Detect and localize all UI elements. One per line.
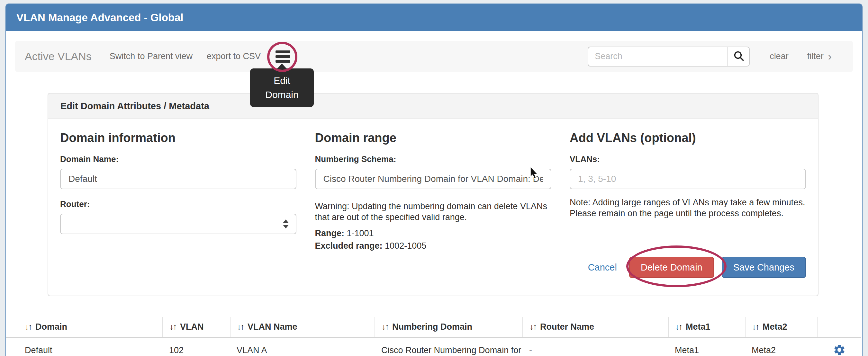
magnifier-icon bbox=[733, 50, 745, 63]
cell-meta2: Meta2 bbox=[745, 337, 817, 356]
hamburger-menu-icon[interactable] bbox=[276, 51, 290, 63]
vlans-note-text: Note: Adding large ranges of VLANs may t… bbox=[570, 197, 806, 219]
cancel-button[interactable]: Cancel bbox=[588, 262, 617, 273]
row-settings-button[interactable] bbox=[833, 344, 846, 356]
vlan-table: ↓↑Domain ↓↑VLAN ↓↑VLAN Name ↓↑Numbering … bbox=[6, 317, 861, 356]
numbering-schema-label: Numbering Schema: bbox=[315, 155, 551, 164]
range-value: 1-1001 bbox=[347, 228, 374, 238]
save-changes-button[interactable]: Save Changes bbox=[722, 257, 806, 278]
vlans-field[interactable] bbox=[570, 169, 806, 189]
domain-information-section: Domain information Domain Name: Router: bbox=[60, 119, 297, 278]
column-header-domain[interactable]: ↓↑Domain bbox=[6, 317, 163, 337]
chevron-right-icon: › bbox=[828, 52, 832, 61]
excluded-range-label: Excluded range: bbox=[315, 241, 382, 251]
search-group bbox=[588, 46, 750, 66]
sort-icon: ↓↑ bbox=[25, 322, 31, 331]
numbering-warning-text: Warning: Updating the numbering domain c… bbox=[315, 201, 551, 223]
add-vlans-heading: Add VLANs (optional) bbox=[570, 131, 806, 145]
excluded-range-value: 1002-1005 bbox=[385, 241, 426, 251]
router-select[interactable] bbox=[60, 214, 297, 234]
switch-parent-view-link[interactable]: Switch to Parent view bbox=[110, 52, 192, 61]
domain-name-field[interactable] bbox=[60, 169, 297, 189]
column-header-vlan-name[interactable]: ↓↑VLAN Name bbox=[230, 317, 375, 337]
cell-vlan: 102 bbox=[163, 337, 230, 356]
active-vlans-heading: Active VLANs bbox=[25, 50, 92, 63]
column-header-router-name[interactable]: ↓↑Router Name bbox=[523, 317, 669, 337]
domain-range-section: Domain range Numbering Schema: Warning: … bbox=[315, 119, 551, 278]
excluded-range-line: Excluded range: 1002-1005 bbox=[315, 241, 551, 251]
tooltip-line1: Edit bbox=[274, 73, 290, 88]
column-header-actions bbox=[817, 317, 861, 337]
cell-domain: Default bbox=[6, 337, 163, 356]
sort-icon: ↓↑ bbox=[237, 322, 244, 331]
select-caret-icon bbox=[283, 220, 289, 228]
gear-icon bbox=[833, 353, 846, 356]
column-header-meta2[interactable]: ↓↑Meta2 bbox=[745, 317, 817, 337]
cell-meta1: Meta1 bbox=[669, 337, 745, 356]
page-title: VLAN Manage Advanced - Global bbox=[17, 11, 184, 24]
column-header-vlan[interactable]: ↓↑VLAN bbox=[163, 317, 230, 337]
cell-router-name: - bbox=[523, 337, 669, 356]
tooltip-line2: Domain bbox=[265, 88, 298, 102]
column-header-meta1[interactable]: ↓↑Meta1 bbox=[669, 317, 745, 337]
sort-icon: ↓↑ bbox=[169, 322, 176, 331]
edit-domain-tooltip: Edit Domain bbox=[250, 68, 314, 107]
domain-range-heading: Domain range bbox=[315, 131, 551, 145]
vlan-manage-panel: VLAN Manage Advanced - Global Active VLA… bbox=[5, 3, 863, 356]
export-csv-link[interactable]: export to CSV bbox=[207, 52, 261, 61]
clear-link[interactable]: clear bbox=[770, 52, 788, 61]
edit-panel-body: Domain information Domain Name: Router: … bbox=[48, 119, 818, 278]
edit-panel-title: Edit Domain Attributes / Metadata bbox=[60, 101, 209, 111]
table-header-row: ↓↑Domain ↓↑VLAN ↓↑VLAN Name ↓↑Numbering … bbox=[6, 317, 861, 337]
vlans-label: VLANs: bbox=[570, 155, 806, 164]
sort-icon: ↓↑ bbox=[752, 322, 759, 331]
domain-name-label: Domain Name: bbox=[60, 155, 297, 164]
cell-numbering-domain: Cisco Router Numbering Domain for ... bbox=[375, 337, 523, 356]
toolbar: Active VLANs Switch to Parent view expor… bbox=[15, 41, 853, 72]
window-title-bar: VLAN Manage Advanced - Global bbox=[6, 4, 862, 31]
search-input[interactable] bbox=[588, 46, 728, 66]
sort-icon: ↓↑ bbox=[675, 322, 682, 331]
domain-information-heading: Domain information bbox=[60, 131, 297, 145]
table-row: Default 102 VLAN A Cisco Router Numberin… bbox=[6, 337, 861, 356]
numbering-schema-field[interactable] bbox=[315, 169, 551, 189]
filter-link[interactable]: filter › bbox=[807, 52, 832, 61]
delete-domain-button[interactable]: Delete Domain bbox=[629, 257, 714, 278]
sort-icon: ↓↑ bbox=[381, 322, 389, 331]
edit-panel-heading: Edit Domain Attributes / Metadata bbox=[48, 94, 818, 119]
search-button[interactable] bbox=[728, 46, 750, 66]
form-actions: Cancel Delete Domain Save Changes bbox=[570, 257, 806, 278]
column-header-numbering-domain[interactable]: ↓↑Numbering Domain bbox=[375, 317, 523, 337]
range-label: Range: bbox=[315, 228, 345, 238]
range-line: Range: 1-1001 bbox=[315, 228, 551, 238]
cell-vlan-name: VLAN A bbox=[230, 337, 375, 356]
edit-domain-panel: Edit Domain Attributes / Metadata Domain… bbox=[48, 93, 818, 296]
add-vlans-section: Add VLANs (optional) VLANs: Note: Adding… bbox=[570, 119, 806, 278]
router-label: Router: bbox=[60, 199, 297, 208]
sort-icon: ↓↑ bbox=[529, 322, 536, 331]
